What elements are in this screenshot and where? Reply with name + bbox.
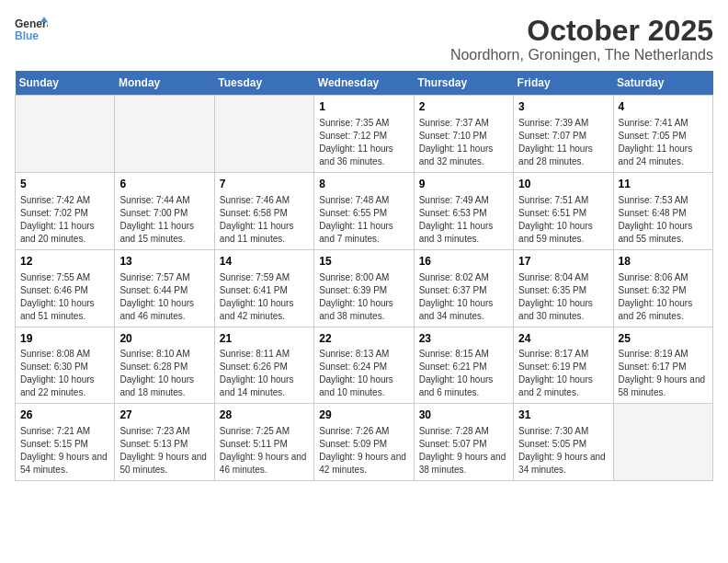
weekday-header-cell: Monday <box>115 71 214 96</box>
calendar-cell: 23Sunrise: 8:15 AM Sunset: 6:21 PM Dayli… <box>414 327 513 404</box>
cell-daylight-info: Sunrise: 7:26 AM Sunset: 5:09 PM Dayligh… <box>319 425 408 477</box>
calendar-cell <box>115 96 214 173</box>
cell-daylight-info: Sunrise: 7:42 AM Sunset: 7:02 PM Dayligh… <box>20 194 109 246</box>
cell-daylight-info: Sunrise: 8:17 AM Sunset: 6:19 PM Dayligh… <box>518 348 608 399</box>
cell-date-number: 29 <box>319 408 408 423</box>
cell-daylight-info: Sunrise: 8:04 AM Sunset: 6:35 PM Dayligh… <box>518 271 608 323</box>
weekday-header-cell: Thursday <box>414 71 513 96</box>
calendar-cell: 22Sunrise: 8:13 AM Sunset: 6:24 PM Dayli… <box>314 327 414 404</box>
cell-daylight-info: Sunrise: 7:51 AM Sunset: 6:51 PM Dayligh… <box>518 194 608 246</box>
calendar-cell: 16Sunrise: 8:02 AM Sunset: 6:37 PM Dayli… <box>414 249 513 327</box>
calendar-cell: 25Sunrise: 8:19 AM Sunset: 6:17 PM Dayli… <box>613 327 712 404</box>
cell-date-number: 30 <box>419 408 508 423</box>
calendar-cell: 14Sunrise: 7:59 AM Sunset: 6:41 PM Dayli… <box>214 249 313 327</box>
cell-daylight-info: Sunrise: 7:46 AM Sunset: 6:58 PM Dayligh… <box>220 194 309 246</box>
calendar-cell: 9Sunrise: 7:49 AM Sunset: 6:53 PM Daylig… <box>414 172 513 249</box>
cell-date-number: 22 <box>319 331 408 347</box>
calendar-cell: 6Sunrise: 7:44 AM Sunset: 7:00 PM Daylig… <box>115 172 214 249</box>
cell-date-number: 4 <box>619 99 708 115</box>
cell-daylight-info: Sunrise: 8:00 AM Sunset: 6:39 PM Dayligh… <box>319 271 408 323</box>
cell-date-number: 6 <box>119 177 209 192</box>
cell-date-number: 2 <box>419 99 508 115</box>
weekday-header-cell: Tuesday <box>214 71 313 96</box>
calendar-cell: 15Sunrise: 8:00 AM Sunset: 6:39 PM Dayli… <box>314 249 414 327</box>
cell-date-number: 25 <box>619 331 708 347</box>
calendar-cell: 31Sunrise: 7:30 AM Sunset: 5:05 PM Dayli… <box>514 404 613 481</box>
month-title: October 2025 <box>450 15 713 47</box>
weekday-header-cell: Friday <box>514 71 613 96</box>
calendar-cell <box>16 96 115 173</box>
calendar-week-row: 1Sunrise: 7:35 AM Sunset: 7:12 PM Daylig… <box>16 96 713 173</box>
cell-date-number: 7 <box>220 177 309 192</box>
calendar-cell: 11Sunrise: 7:53 AM Sunset: 6:48 PM Dayli… <box>613 172 712 249</box>
calendar-cell: 17Sunrise: 8:04 AM Sunset: 6:35 PM Dayli… <box>514 249 613 327</box>
calendar-cell: 28Sunrise: 7:25 AM Sunset: 5:11 PM Dayli… <box>214 404 313 481</box>
calendar-cell: 12Sunrise: 7:55 AM Sunset: 6:46 PM Dayli… <box>16 249 115 327</box>
cell-daylight-info: Sunrise: 7:28 AM Sunset: 5:07 PM Dayligh… <box>419 425 508 477</box>
calendar-cell: 19Sunrise: 8:08 AM Sunset: 6:30 PM Dayli… <box>16 327 115 404</box>
cell-date-number: 9 <box>419 177 508 192</box>
cell-date-number: 18 <box>619 254 708 270</box>
calendar-cell: 13Sunrise: 7:57 AM Sunset: 6:44 PM Dayli… <box>115 249 214 327</box>
calendar-week-row: 5Sunrise: 7:42 AM Sunset: 7:02 PM Daylig… <box>16 172 713 249</box>
cell-date-number: 16 <box>419 254 508 270</box>
cell-date-number: 20 <box>119 331 209 347</box>
cell-date-number: 17 <box>518 254 608 270</box>
calendar-cell: 30Sunrise: 7:28 AM Sunset: 5:07 PM Dayli… <box>414 404 513 481</box>
cell-daylight-info: Sunrise: 7:55 AM Sunset: 6:46 PM Dayligh… <box>20 271 109 323</box>
cell-daylight-info: Sunrise: 7:44 AM Sunset: 7:00 PM Dayligh… <box>119 194 209 246</box>
calendar-cell <box>613 404 712 481</box>
calendar-cell: 18Sunrise: 8:06 AM Sunset: 6:32 PM Dayli… <box>613 249 712 327</box>
calendar-cell: 29Sunrise: 7:26 AM Sunset: 5:09 PM Dayli… <box>314 404 414 481</box>
cell-daylight-info: Sunrise: 8:06 AM Sunset: 6:32 PM Dayligh… <box>619 271 708 323</box>
cell-daylight-info: Sunrise: 7:53 AM Sunset: 6:48 PM Dayligh… <box>619 194 708 246</box>
svg-text:Blue: Blue <box>15 29 39 42</box>
cell-date-number: 12 <box>20 254 109 270</box>
calendar-cell: 21Sunrise: 8:11 AM Sunset: 6:26 PM Dayli… <box>214 327 313 404</box>
cell-date-number: 31 <box>518 408 608 423</box>
cell-date-number: 27 <box>119 408 209 423</box>
calendar-cell <box>214 96 313 173</box>
cell-daylight-info: Sunrise: 7:41 AM Sunset: 7:05 PM Dayligh… <box>619 117 708 168</box>
cell-date-number: 24 <box>518 331 608 347</box>
cell-daylight-info: Sunrise: 7:30 AM Sunset: 5:05 PM Dayligh… <box>518 425 608 477</box>
cell-daylight-info: Sunrise: 7:35 AM Sunset: 7:12 PM Dayligh… <box>319 117 408 168</box>
cell-daylight-info: Sunrise: 8:11 AM Sunset: 6:26 PM Dayligh… <box>220 348 309 399</box>
calendar-cell: 8Sunrise: 7:48 AM Sunset: 6:55 PM Daylig… <box>314 172 414 249</box>
cell-date-number: 14 <box>220 254 309 270</box>
calendar-body: 1Sunrise: 7:35 AM Sunset: 7:12 PM Daylig… <box>16 96 713 481</box>
calendar-cell: 26Sunrise: 7:21 AM Sunset: 5:15 PM Dayli… <box>16 404 115 481</box>
cell-date-number: 3 <box>518 99 608 115</box>
calendar-table: SundayMondayTuesdayWednesdayThursdayFrid… <box>15 71 713 481</box>
cell-date-number: 8 <box>319 177 408 192</box>
cell-date-number: 13 <box>119 254 209 270</box>
calendar-cell: 1Sunrise: 7:35 AM Sunset: 7:12 PM Daylig… <box>314 96 414 173</box>
calendar-cell: 24Sunrise: 8:17 AM Sunset: 6:19 PM Dayli… <box>514 327 613 404</box>
logo-icon: General Blue <box>15 15 48 42</box>
weekday-header-cell: Saturday <box>613 71 712 96</box>
weekday-header: SundayMondayTuesdayWednesdayThursdayFrid… <box>16 71 713 96</box>
cell-date-number: 11 <box>619 177 708 192</box>
location-title: Noordhorn, Groningen, The Netherlands <box>450 47 713 63</box>
cell-daylight-info: Sunrise: 7:57 AM Sunset: 6:44 PM Dayligh… <box>119 271 209 323</box>
header: General Blue October 2025 Noordhorn, Gro… <box>15 15 713 63</box>
calendar-cell: 4Sunrise: 7:41 AM Sunset: 7:05 PM Daylig… <box>613 96 712 173</box>
cell-date-number: 19 <box>20 331 109 347</box>
cell-date-number: 10 <box>518 177 608 192</box>
calendar-cell: 20Sunrise: 8:10 AM Sunset: 6:28 PM Dayli… <box>115 327 214 404</box>
cell-daylight-info: Sunrise: 8:08 AM Sunset: 6:30 PM Dayligh… <box>20 348 109 399</box>
calendar-week-row: 19Sunrise: 8:08 AM Sunset: 6:30 PM Dayli… <box>16 327 713 404</box>
title-area: October 2025 Noordhorn, Groningen, The N… <box>450 15 713 63</box>
cell-daylight-info: Sunrise: 7:39 AM Sunset: 7:07 PM Dayligh… <box>518 117 608 168</box>
cell-daylight-info: Sunrise: 7:23 AM Sunset: 5:13 PM Dayligh… <box>119 425 209 477</box>
cell-daylight-info: Sunrise: 8:15 AM Sunset: 6:21 PM Dayligh… <box>419 348 508 399</box>
weekday-header-cell: Wednesday <box>314 71 414 96</box>
cell-daylight-info: Sunrise: 8:13 AM Sunset: 6:24 PM Dayligh… <box>319 348 408 399</box>
cell-daylight-info: Sunrise: 7:37 AM Sunset: 7:10 PM Dayligh… <box>419 117 508 168</box>
calendar-cell: 5Sunrise: 7:42 AM Sunset: 7:02 PM Daylig… <box>16 172 115 249</box>
cell-date-number: 15 <box>319 254 408 270</box>
cell-date-number: 21 <box>220 331 309 347</box>
cell-date-number: 26 <box>20 408 109 423</box>
cell-daylight-info: Sunrise: 7:21 AM Sunset: 5:15 PM Dayligh… <box>20 425 109 477</box>
cell-daylight-info: Sunrise: 7:25 AM Sunset: 5:11 PM Dayligh… <box>220 425 309 477</box>
